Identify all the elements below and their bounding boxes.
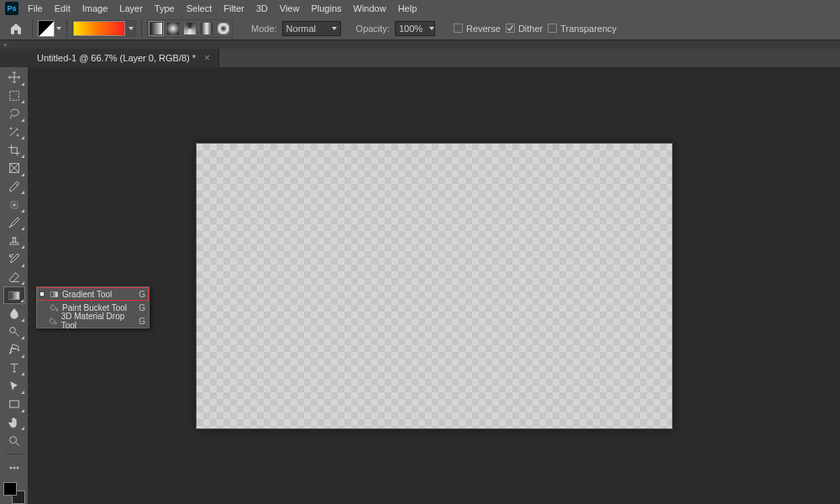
flyout-item-label: 3D Material Drop Tool <box>61 312 136 330</box>
gradient-preview-picker[interactable] <box>72 20 136 37</box>
gradient-icon <box>49 289 59 299</box>
fgbg-swatch-icon <box>38 20 55 37</box>
menu-file[interactable]: File <box>22 1 49 16</box>
move-tool[interactable] <box>3 69 25 87</box>
menu-help[interactable]: Help <box>392 1 423 16</box>
gradient-preview-icon <box>73 21 125 36</box>
document-tab-bar: Untitled-1 @ 66.7% (Layer 0, RGB/8) * × <box>29 49 840 67</box>
gradient-tool[interactable] <box>3 286 25 304</box>
gradient-angle-button[interactable] <box>182 21 197 36</box>
menu-edit[interactable]: Edit <box>49 1 76 16</box>
separator <box>32 19 33 38</box>
flyout-item-shortcut: G <box>139 290 145 299</box>
options-expand-strip[interactable]: » <box>0 40 840 49</box>
fgbg-swatch-picker[interactable] <box>38 20 61 37</box>
hand-tool[interactable] <box>3 414 25 432</box>
checkbox-icon <box>506 24 515 33</box>
blur-tool[interactable] <box>3 305 25 323</box>
svg-point-9 <box>17 467 18 469</box>
mode-value: Normal <box>286 24 316 34</box>
history-brush-tool[interactable] <box>3 250 25 268</box>
svg-point-4 <box>9 328 15 333</box>
app-logo: Ps <box>5 2 18 15</box>
flyout-item-label: Paint Bucket Tool <box>62 303 127 312</box>
flyout-item-shortcut: G <box>139 303 145 312</box>
gradient-tool-flyout: Gradient Tool G Paint Bucket Tool G 3D M… <box>36 286 150 328</box>
menu-filter[interactable]: Filter <box>218 1 249 16</box>
menu-plugins[interactable]: Plugins <box>305 1 347 16</box>
foreground-background-color[interactable] <box>3 482 25 504</box>
type-tool[interactable] <box>3 360 25 377</box>
gradient-reflected-button[interactable] <box>199 21 214 36</box>
crop-tool[interactable] <box>3 141 25 159</box>
foreground-color-swatch[interactable] <box>3 482 17 496</box>
menu-image[interactable]: Image <box>76 1 114 16</box>
checkbox-icon <box>548 24 557 33</box>
frame-tool[interactable] <box>3 160 25 177</box>
magic-wand-tool[interactable] <box>3 123 25 141</box>
menu-window[interactable]: Window <box>348 1 392 16</box>
separator <box>141 19 142 38</box>
expand-icon: » <box>3 41 7 49</box>
healing-brush-tool[interactable] <box>3 196 25 213</box>
gradient-radial-button[interactable] <box>165 21 181 36</box>
opacity-value: 100% <box>399 24 423 34</box>
menu-view[interactable]: View <box>274 1 306 16</box>
chevron-down-icon <box>332 27 337 30</box>
chevron-down-icon <box>56 27 61 30</box>
reverse-checkbox[interactable]: Reverse <box>454 24 501 34</box>
separator <box>6 454 23 456</box>
gradient-linear-icon <box>150 23 162 34</box>
clone-stamp-tool[interactable] <box>3 232 25 249</box>
rectangle-tool[interactable] <box>3 396 25 413</box>
gradient-reflected-icon <box>201 23 213 34</box>
menu-bar: Ps File Edit Image Layer Type Select Fil… <box>0 0 840 17</box>
mode-select[interactable]: Normal <box>282 21 341 36</box>
menu-layer[interactable]: Layer <box>113 1 149 16</box>
marquee-tool[interactable] <box>3 87 25 105</box>
opacity-input[interactable]: 100% <box>395 21 435 36</box>
lasso-tool[interactable] <box>3 105 25 123</box>
menu-select[interactable]: Select <box>181 1 218 16</box>
gradient-linear-button[interactable] <box>149 21 164 36</box>
opacity-label: Opacity: <box>356 24 390 34</box>
close-icon[interactable]: × <box>204 52 210 64</box>
chevron-down-icon <box>429 27 434 30</box>
material-drop-icon <box>49 316 58 326</box>
svg-rect-3 <box>9 291 19 299</box>
dither-checkbox[interactable]: Dither <box>506 24 543 34</box>
gradient-diamond-icon <box>218 23 229 34</box>
gradient-preset-dropdown[interactable] <box>125 21 135 36</box>
menu-type[interactable]: Type <box>149 1 181 16</box>
svg-rect-5 <box>9 401 18 407</box>
eraser-tool[interactable] <box>3 269 25 286</box>
path-selection-tool[interactable] <box>3 377 25 395</box>
active-dot-icon <box>40 292 44 296</box>
checkbox-icon <box>454 24 463 33</box>
brush-tool[interactable] <box>3 214 25 232</box>
flyout-3d-material-drop-tool[interactable]: 3D Material Drop Tool G <box>37 314 149 328</box>
document-tab[interactable]: Untitled-1 @ 66.7% (Layer 0, RGB/8) * × <box>29 49 219 67</box>
eyedropper-tool[interactable] <box>3 178 25 196</box>
document-canvas[interactable] <box>196 143 673 429</box>
dodge-tool[interactable] <box>3 323 25 341</box>
mode-label: Mode: <box>251 24 277 34</box>
transparency-label: Transparency <box>560 24 617 34</box>
zoom-tool[interactable] <box>3 432 25 449</box>
svg-rect-10 <box>50 291 57 297</box>
gradient-type-group <box>147 19 233 38</box>
chevron-down-icon <box>129 27 134 30</box>
menu-3d[interactable]: 3D <box>250 1 274 16</box>
gradient-diamond-button[interactable] <box>216 21 231 36</box>
options-bar: Mode: Normal Opacity: 100% Reverse Dithe… <box>0 17 840 40</box>
transparency-checkbox[interactable]: Transparency <box>548 24 617 34</box>
home-button[interactable] <box>5 19 27 38</box>
flyout-gradient-tool[interactable]: Gradient Tool G <box>37 287 149 301</box>
flyout-item-shortcut: G <box>139 317 145 326</box>
canvas-area[interactable] <box>29 67 840 504</box>
separator <box>66 19 67 38</box>
svg-point-7 <box>10 467 12 469</box>
document-tab-label: Untitled-1 @ 66.7% (Layer 0, RGB/8) * <box>37 53 196 63</box>
edit-toolbar-button[interactable] <box>3 459 25 477</box>
pen-tool[interactable] <box>3 341 25 359</box>
